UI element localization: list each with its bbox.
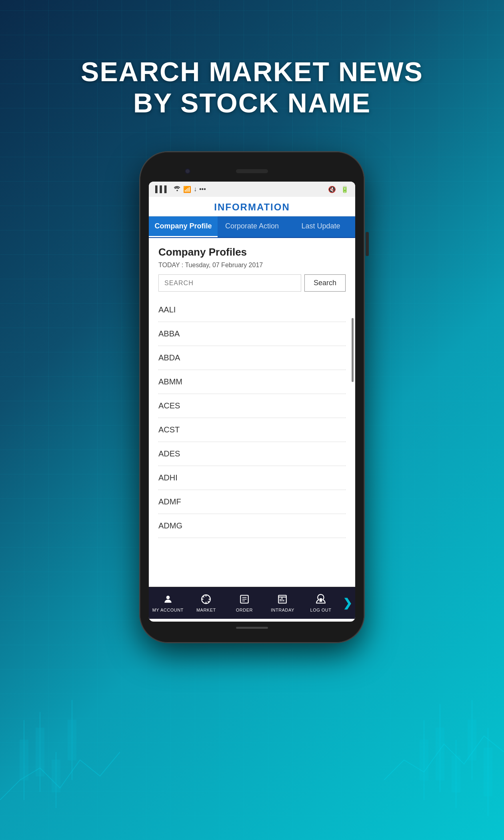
- content-area: Company Profiles TODAY : Tuesday, 07 Feb…: [149, 238, 355, 587]
- search-input[interactable]: [158, 274, 301, 292]
- stock-item-2[interactable]: ABDA: [158, 346, 346, 370]
- tab-corporate-action[interactable]: Corporate Action: [218, 216, 286, 237]
- phone-top-bar: [149, 161, 355, 182]
- stock-list: AALI ABBA ABDA ABMM ACES ACST ADES ADHI …: [149, 298, 355, 538]
- log-out-icon: [316, 594, 326, 606]
- my-account-label: MY ACCOUNT: [152, 608, 184, 612]
- stock-item-8[interactable]: ADMF: [158, 490, 346, 514]
- order-label: ORDER: [236, 608, 253, 612]
- svg-rect-29: [320, 598, 322, 602]
- headline: SEARCH MARKET NEWS BY STOCK NAME: [0, 56, 504, 118]
- stock-item-6[interactable]: ADES: [158, 442, 346, 466]
- phone-screen: ▌▌▌ 📶 ↓ ••• 🔇 🔋 INFORM: [149, 182, 355, 622]
- stock-item-5[interactable]: ACST: [158, 418, 346, 442]
- stock-item-9[interactable]: ADMG: [158, 514, 346, 538]
- nav-more-arrow[interactable]: ❯: [343, 596, 352, 610]
- headline-line2: BY STOCK NAME: [0, 87, 504, 118]
- tab-last-update[interactable]: Last Update: [286, 216, 355, 237]
- search-row: Search: [158, 274, 346, 292]
- intraday-icon: [277, 594, 288, 606]
- today-date: TODAY : Tuesday, 07 February 2017: [158, 262, 346, 269]
- nav-my-account[interactable]: MY ACCOUNT: [149, 592, 187, 615]
- svg-rect-9: [420, 740, 428, 780]
- tab-bar[interactable]: Company Profile Corporate Action Last Up…: [149, 216, 355, 238]
- volume-button: [366, 232, 369, 256]
- nav-market[interactable]: MARKET: [187, 592, 226, 615]
- battery-icon: 🔋: [341, 186, 349, 193]
- phone-frame: ▌▌▌ 📶 ↓ ••• 🔇 🔋 INFORM: [140, 152, 364, 642]
- market-icon: [201, 594, 211, 606]
- svg-rect-13: [452, 756, 460, 792]
- stock-item-7[interactable]: ADHI: [158, 466, 346, 490]
- svg-point-18: [166, 596, 170, 599]
- scrollbar-indicator: [352, 318, 354, 382]
- market-label: MARKET: [196, 608, 216, 612]
- nav-log-out[interactable]: LOG OUT: [302, 592, 340, 615]
- tab-company-profile[interactable]: Company Profile: [149, 216, 218, 237]
- nav-arrow[interactable]: ❯: [340, 594, 355, 612]
- stock-item-1[interactable]: ABBA: [158, 322, 346, 346]
- svg-rect-7: [68, 720, 76, 760]
- stock-item-3[interactable]: ABMM: [158, 370, 346, 394]
- mute-icon: 🔇: [328, 186, 336, 193]
- more-dots: •••: [199, 186, 206, 193]
- phone-home-area: [149, 622, 355, 634]
- content-header: Company Profiles TODAY : Tuesday, 07 Feb…: [149, 238, 355, 298]
- nav-intraday[interactable]: INTRADAY: [264, 592, 302, 615]
- search-button[interactable]: Search: [304, 274, 346, 292]
- stock-item-4[interactable]: ACES: [158, 394, 346, 418]
- nav-order[interactable]: ORDER: [225, 592, 264, 615]
- headline-line1: SEARCH MARKET NEWS: [0, 56, 504, 87]
- app-title: INFORMATION: [149, 202, 355, 213]
- status-bar: ▌▌▌ 📶 ↓ ••• 🔇 🔋: [149, 182, 355, 197]
- svg-rect-1: [20, 740, 28, 780]
- signal-bars: ▌▌▌: [155, 186, 169, 193]
- log-out-label: LOG OUT: [310, 608, 332, 612]
- svg-rect-17: [484, 748, 492, 796]
- status-right: 🔇 🔋: [326, 186, 349, 193]
- app-header: INFORMATION: [149, 197, 355, 216]
- intraday-label: INTRADAY: [271, 608, 294, 612]
- download-icon: ↓: [194, 186, 197, 193]
- svg-rect-3: [36, 728, 44, 776]
- page-title: Company Profiles: [158, 246, 346, 258]
- my-account-icon: [163, 594, 173, 606]
- background-chart: [0, 640, 504, 840]
- front-camera: [185, 168, 190, 174]
- status-left: ▌▌▌ 📶 ↓ •••: [155, 186, 206, 193]
- sim-icon: 📶: [183, 186, 191, 193]
- earpiece: [236, 169, 268, 173]
- wifi-icon: [174, 186, 181, 193]
- stock-item-0[interactable]: AALI: [158, 298, 346, 322]
- order-icon: [239, 594, 250, 606]
- bottom-nav: MY ACCOUNT MARKET ORDER: [149, 587, 355, 619]
- home-indicator: [236, 627, 268, 629]
- svg-rect-15: [468, 720, 476, 760]
